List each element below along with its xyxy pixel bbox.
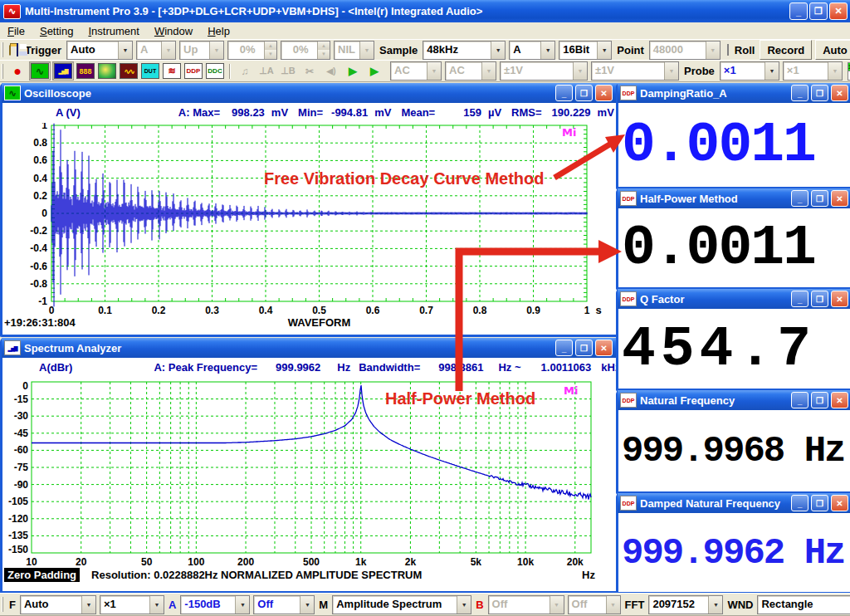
panel-minimize-button[interactable]: _ — [791, 495, 808, 511]
range-a-combo: ±1V▼ — [500, 61, 588, 81]
auto-button[interactable]: Auto — [815, 40, 850, 60]
freq-axis-combo[interactable]: Auto▼ — [20, 595, 96, 614]
roll-checkbox[interactable] — [727, 44, 729, 56]
oscilloscope-icon[interactable]: ∿ — [29, 61, 51, 81]
ddp-icon-4: DDP — [620, 393, 637, 408]
toolbar-bottom: F Auto▼ ×1▼ A -150dB▼ Off▼ M Amplitude S… — [0, 593, 850, 616]
svg-text:0.2: 0.2 — [33, 190, 47, 202]
half-power-title: Half-Power Method — [640, 193, 738, 205]
oscilloscope-close-button[interactable]: ✕ — [595, 85, 613, 101]
toolbar-separator — [229, 64, 231, 79]
run-stop-icon[interactable]: ● — [7, 62, 27, 80]
probe-a-combo[interactable]: ×1▼ — [720, 61, 779, 81]
panel-close-button[interactable]: ✕ — [831, 392, 848, 408]
svg-text:1: 1 — [42, 123, 47, 131]
toolbar-grip-2[interactable] — [2, 64, 3, 79]
oscilloscope-titlebar[interactable]: ∿ Oscilloscope _ ❐ ✕ — [2, 83, 618, 103]
fft-size-combo[interactable]: 2097152▼ — [648, 595, 723, 614]
panel-close-button[interactable]: ✕ — [831, 291, 848, 307]
svg-text:0.1: 0.1 — [98, 305, 112, 316]
spectrum-analyzer-icon[interactable]: ▂▅▇ — [52, 61, 74, 81]
sample-label: Sample — [376, 44, 421, 56]
maximize-button[interactable]: ❐ — [809, 2, 828, 20]
save-file-icon[interactable] — [17, 43, 18, 56]
spectrum-titlebar[interactable]: ▂▅▇ Spectrum Analyzer _ ❐ ✕ — [2, 338, 618, 358]
trigger-source-combo: A▼ — [136, 41, 176, 60]
svg-text:-30: -30 — [14, 410, 29, 422]
damping-ratio-titlebar[interactable]: DDP DampingRatio_A _ ❐ ✕ — [618, 83, 850, 103]
freq-multiplier-combo[interactable]: ×1▼ — [100, 595, 164, 614]
signal-generator-icon[interactable]: ∿∿ — [119, 62, 139, 80]
panel-maximize-button[interactable]: ❐ — [811, 495, 828, 511]
display-mode-combo[interactable]: Amplitude Spectrum▼ — [332, 595, 471, 614]
open-file-icon[interactable] — [9, 45, 11, 56]
half-power-titlebar[interactable]: DDP Half-Power Method _ ❐ ✕ — [618, 188, 850, 208]
minimize-button[interactable]: _ — [789, 2, 808, 20]
m-label: M — [316, 599, 330, 611]
svg-text:0.4: 0.4 — [259, 305, 273, 316]
menu-setting[interactable]: Setting — [32, 24, 81, 38]
probe-label: Probe — [681, 65, 718, 77]
svg-text:0.8: 0.8 — [33, 137, 47, 149]
spectrum-3d-plot-icon[interactable] — [97, 62, 117, 80]
oscilloscope-minimize-button[interactable]: _ — [555, 85, 573, 101]
panel-close-button[interactable]: ✕ — [831, 495, 848, 511]
coupling-b-combo: AC▼ — [445, 61, 496, 81]
menu-instrument[interactable]: Instrument — [81, 24, 146, 38]
spectrum-close-button[interactable]: ✕ — [595, 340, 613, 356]
svg-text:500: 500 — [303, 556, 320, 566]
bottom-grip[interactable] — [2, 597, 3, 612]
panel-close-button[interactable]: ✕ — [831, 190, 848, 207]
spectrum-maximize-button[interactable]: ❐ — [575, 340, 593, 356]
panel-maximize-button[interactable]: ❐ — [811, 190, 828, 207]
spectrum-window-icon: ▂▅▇ — [4, 340, 21, 355]
menu-window[interactable]: Window — [147, 24, 200, 38]
oscilloscope-maximize-button[interactable]: ❐ — [575, 85, 593, 101]
multimeter-icon[interactable]: 888 — [76, 62, 95, 80]
toolbar-grip[interactable] — [2, 42, 3, 57]
panel-minimize-button[interactable]: _ — [791, 85, 808, 101]
ddc-icon[interactable]: DDC — [205, 62, 225, 80]
svg-text:1: 1 — [584, 305, 590, 316]
panel-maximize-button[interactable]: ❐ — [811, 291, 828, 307]
natural-frequency-titlebar[interactable]: DDP Natural Frequency _ ❐ ✕ — [618, 390, 850, 410]
trigger-mode-combo[interactable]: Auto▼ — [66, 41, 133, 60]
play-loop-icon[interactable]: ▶ — [364, 62, 384, 80]
panel-maximize-button[interactable]: ❐ — [811, 392, 828, 408]
dut-icon[interactable]: DUT — [140, 62, 160, 80]
spectrum-minimize-button[interactable]: _ — [555, 340, 573, 356]
record-button[interactable]: Record — [760, 40, 812, 60]
oscilloscope-title: Oscilloscope — [24, 87, 91, 100]
b-reference-combo: Off▼ — [568, 595, 621, 614]
a-reference-combo[interactable]: Off▼ — [253, 595, 315, 614]
svg-text:-120: -120 — [8, 513, 28, 525]
panel-minimize-button[interactable]: _ — [791, 392, 808, 408]
panel-maximize-button[interactable]: ❐ — [811, 85, 828, 101]
svg-text:WAVEFORM: WAVEFORM — [288, 316, 351, 329]
damped-natural-frequency-titlebar[interactable]: DDP Damped Natural Frequency _ ❐ ✕ — [618, 493, 850, 513]
record-points-combo: 48000▼ — [649, 41, 721, 60]
svg-text:-0.2: -0.2 — [30, 225, 47, 237]
bit-resolution-combo[interactable]: 16Bit▼ — [559, 41, 612, 60]
menu-help[interactable]: Help — [200, 24, 237, 38]
sampling-rate-combo[interactable]: 48kHz▼ — [423, 41, 506, 60]
derived-curves-icon[interactable]: ≋ — [162, 62, 182, 80]
panel-close-button[interactable]: ✕ — [831, 85, 848, 101]
ddp-viewer-icon[interactable]: DDP — [183, 62, 203, 80]
svg-text:10k: 10k — [517, 556, 534, 566]
menu-file[interactable]: File — [0, 24, 32, 38]
svg-text:-60: -60 — [14, 444, 29, 456]
panel-minimize-button[interactable]: _ — [791, 291, 808, 307]
window-function-combo[interactable]: Rectangle▼ — [757, 595, 850, 614]
svg-text:100: 100 — [188, 556, 204, 566]
play-icon[interactable]: ▶ — [343, 62, 363, 80]
range-b-combo: ±1V▼ — [591, 61, 679, 81]
q-factor-titlebar[interactable]: DDP Q Factor _ ❐ ✕ — [618, 289, 850, 309]
trigger-level-spinner: 0% ▲▼ — [227, 41, 277, 60]
app-titlebar: ∿ Multi-Instrument Pro 3.9 - [+3DP+DLG+L… — [0, 0, 850, 22]
close-button[interactable]: ✕ — [829, 2, 848, 20]
panel-minimize-button[interactable]: _ — [791, 190, 808, 207]
a-range-combo[interactable]: -150dB▼ — [180, 595, 250, 614]
sampling-channel-combo[interactable]: A▼ — [509, 41, 555, 60]
menu-bar: File Setting Instrument Window Help — [0, 22, 850, 39]
